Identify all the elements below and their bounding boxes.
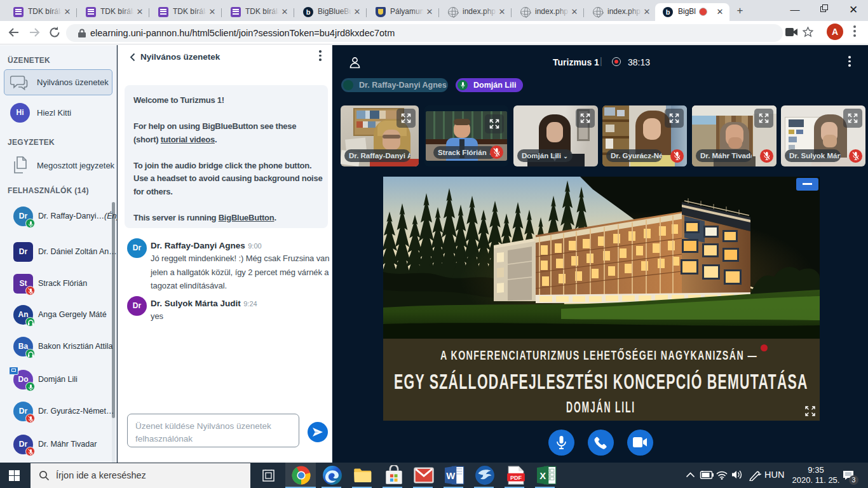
- svg-text:X: X: [539, 471, 546, 481]
- svg-text:W: W: [446, 471, 455, 481]
- svg-text:PDF: PDF: [510, 475, 522, 481]
